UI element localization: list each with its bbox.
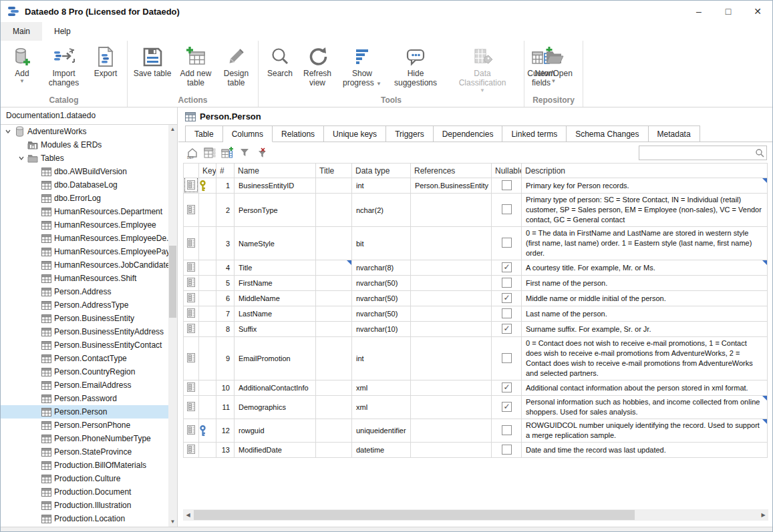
nullable-checkbox[interactable] (502, 262, 512, 272)
cell-title[interactable] (316, 276, 352, 291)
tree-item-tables[interactable]: Tables (1, 152, 168, 165)
cell-number[interactable]: 3 (216, 227, 235, 260)
tree-item-person-contacttype[interactable]: Person.ContactType (1, 352, 168, 365)
cell-references[interactable] (411, 227, 492, 260)
cell-description[interactable]: Last name of the person. (522, 306, 768, 322)
table-row[interactable]: 12rowguiduniqueidentifierROWGUIDCOL numb… (184, 419, 768, 443)
cell-nullable[interactable] (492, 260, 522, 276)
cell-name[interactable]: ModifiedDate (235, 443, 316, 458)
cell-nullable[interactable] (492, 419, 522, 443)
cell-references[interactable] (411, 419, 492, 443)
row-handle-cell[interactable] (184, 306, 199, 322)
row-handle-cell[interactable] (184, 380, 199, 396)
row-handle-icon[interactable] (186, 444, 196, 455)
row-handle-cell[interactable] (184, 337, 199, 380)
close-button[interactable]: ✕ (743, 1, 772, 22)
cell-title[interactable] (316, 337, 352, 380)
row-handle-icon[interactable] (186, 204, 196, 215)
filter-icon[interactable] (236, 146, 253, 160)
nullable-checkbox[interactable] (502, 324, 512, 334)
cell-title[interactable] (316, 227, 352, 260)
cell-number[interactable]: 8 (216, 322, 235, 337)
cell-key[interactable] (199, 443, 216, 458)
tab-dependencies[interactable]: Dependencies (434, 125, 503, 142)
cell-number[interactable]: 10 (216, 380, 235, 396)
cell-key[interactable] (199, 396, 216, 419)
tree-item-person-businessentitycontact[interactable]: Person.BusinessEntityContact (1, 338, 168, 352)
table-row[interactable]: 9EmailPromotionint0 = Contact does not w… (184, 337, 768, 380)
cell-description[interactable]: 0 = The data in FirstName and LastName a… (522, 227, 768, 260)
nullable-checkbox[interactable] (502, 308, 512, 318)
nullable-checkbox[interactable] (502, 180, 512, 190)
cell-nullable[interactable] (492, 337, 522, 380)
table-row[interactable]: 8Suffixnvarchar(10)Surname suffix. For e… (184, 322, 768, 337)
tree-item-production-culture[interactable]: Production.Culture (1, 472, 168, 485)
tab-triggers[interactable]: Triggers (386, 125, 434, 142)
cell-key[interactable] (199, 178, 216, 194)
cell-key[interactable] (199, 306, 216, 322)
table-row[interactable]: 10AdditionalContactInfoxmlAdditional con… (184, 380, 768, 396)
cell-description[interactable]: Primary type of person: SC = Store Conta… (522, 194, 768, 227)
cell-name[interactable]: rowguid (235, 419, 316, 443)
nullable-checkbox[interactable] (502, 204, 512, 214)
cell-references[interactable] (411, 276, 492, 291)
cell-name[interactable]: LastName (235, 306, 316, 322)
maximize-button[interactable]: □ (714, 1, 743, 22)
cell-name[interactable]: BusinessEntityID (235, 178, 316, 194)
nullable-checkbox[interactable] (502, 353, 512, 363)
export-button[interactable]: Export (87, 43, 124, 78)
tree-item-humanresources-employee[interactable]: HumanResources.Employee (1, 218, 168, 232)
cell-number[interactable]: 6 (216, 291, 235, 306)
chevron-expanded-icon[interactable] (17, 155, 26, 162)
tree-item-person-personphone[interactable]: Person.PersonPhone (1, 419, 168, 432)
cell-data-type[interactable]: int (352, 337, 411, 380)
tree-item-person-address[interactable]: Person.Address (1, 285, 168, 298)
cell-references[interactable] (411, 443, 492, 458)
table-row[interactable]: 7LastNamenvarchar(50)Last name of the pe… (184, 306, 768, 322)
row-handle-cell[interactable] (184, 178, 199, 194)
cell-name[interactable]: Suffix (235, 322, 316, 337)
hide-suggestions-button[interactable]: Hide suggestions (388, 43, 443, 87)
cell-key[interactable] (199, 419, 216, 443)
import-changes-button[interactable]: Import changes (41, 43, 87, 87)
cell-title[interactable] (316, 396, 352, 419)
cell-nullable[interactable] (492, 276, 522, 291)
cell-title[interactable] (316, 380, 352, 396)
cell-references[interactable] (411, 380, 492, 396)
cell-key[interactable] (199, 380, 216, 396)
cell-data-type[interactable]: nvarchar(10) (352, 322, 411, 337)
cell-name[interactable]: FirstName (235, 276, 316, 291)
nullable-checkbox[interactable] (502, 382, 512, 392)
cell-data-type[interactable]: uniqueidentifier (352, 419, 411, 443)
tree-item-person-countryregion[interactable]: Person.CountryRegion (1, 365, 168, 378)
tree-item-person-stateprovince[interactable]: Person.StateProvince (1, 445, 168, 459)
row-handle-cell[interactable] (184, 396, 199, 419)
cell-references[interactable] (411, 396, 492, 419)
table-row[interactable]: 3NameStylebit0 = The data in FirstName a… (184, 227, 768, 260)
header-title[interactable]: Title (316, 164, 352, 178)
tree-item-person-emailaddress[interactable]: Person.EmailAddress (1, 378, 168, 392)
cell-name[interactable]: AdditionalContactInfo (235, 380, 316, 396)
cell-key[interactable] (199, 337, 216, 380)
table-columns-icon[interactable] (201, 146, 218, 160)
cell-description[interactable]: Surname suffix. For example, Sr. or Jr. (522, 322, 768, 337)
cell-description[interactable]: Date and time the record was last update… (522, 443, 768, 458)
cell-number[interactable]: 9 (216, 337, 235, 380)
row-handle-icon[interactable] (186, 262, 196, 272)
cell-data-type[interactable]: bit (352, 227, 411, 260)
cell-number[interactable]: 4 (216, 260, 235, 276)
tree-item-person-password[interactable]: Person.Password (1, 392, 168, 405)
table-row[interactable]: 4Titlenvarchar(8)A courtesy title. For e… (184, 260, 768, 276)
add-new-table-button[interactable]: Add new table (174, 43, 217, 87)
row-handle-cell[interactable] (184, 276, 199, 291)
row-handle-icon[interactable] (186, 401, 196, 412)
cell-nullable[interactable] (492, 322, 522, 337)
cell-title[interactable] (316, 306, 352, 322)
cell-name[interactable]: EmailPromotion (235, 337, 316, 380)
cell-nullable[interactable] (492, 178, 522, 194)
cell-nullable[interactable] (492, 443, 522, 458)
show-progress-button[interactable]: Show progress ▼ (336, 43, 388, 87)
refresh-view-button[interactable]: Refresh view (299, 43, 336, 87)
search-input[interactable] (639, 147, 753, 159)
tree-item-humanresources-employeepay[interactable]: HumanResources.EmployeePay... (1, 245, 168, 258)
